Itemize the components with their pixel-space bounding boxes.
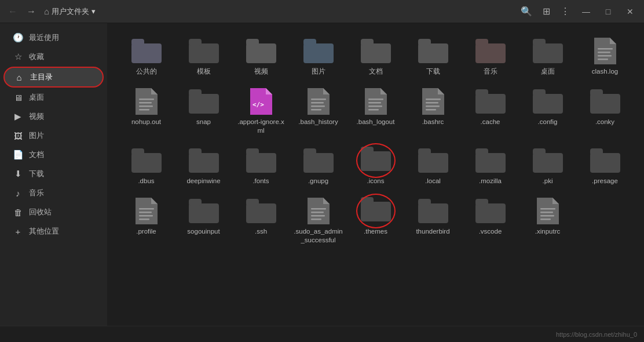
file-item-gnupg[interactable]: .gnupg <box>291 142 346 190</box>
forward-button[interactable]: → <box>23 4 39 19</box>
file-item-ssh[interactable]: .ssh <box>233 192 288 249</box>
sidebar-item-desktop[interactable]: 🖥 桌面 <box>3 88 104 107</box>
sidebar-item-documents[interactable]: 📄 文档 <box>3 145 104 164</box>
file-icon-clash <box>589 37 621 65</box>
file-item-config[interactable]: .config <box>520 83 575 140</box>
file-item-dbus[interactable]: .dbus <box>119 142 174 190</box>
file-item-clash[interactable]: clash.log <box>577 32 632 81</box>
file-label-bashrc: .bashrc <box>422 118 444 126</box>
maximize-button[interactable]: □ <box>599 2 617 21</box>
svg-rect-72 <box>533 148 546 155</box>
svg-rect-94 <box>418 199 431 206</box>
svg-rect-77 <box>139 208 154 210</box>
sidebar-item-music[interactable]: ♪ 音乐 <box>3 184 104 202</box>
svg-rect-92 <box>361 197 374 204</box>
file-item-mozilla[interactable]: .mozilla <box>463 142 518 190</box>
file-icon-desktop <box>532 37 564 65</box>
breadcrumb: ⌂ 用户文件夹 ▾ <box>44 6 96 17</box>
file-item-sogouinput[interactable]: sogouinput <box>176 192 231 249</box>
svg-rect-63 <box>303 153 334 173</box>
sidebar-label-music: 音乐 <box>29 188 44 198</box>
file-item-bashrc[interactable]: .bashrc <box>405 83 460 140</box>
svg-rect-24 <box>139 99 154 100</box>
sidebar-item-home[interactable]: ⌂ 主目录 <box>3 67 104 88</box>
search-button[interactable]: 🔍 <box>517 3 536 19</box>
file-item-vscode[interactable]: .vscode <box>463 192 518 249</box>
file-item-videos[interactable]: 视频 <box>233 32 288 81</box>
file-item-nohup[interactable]: nohup.out <box>119 83 174 140</box>
file-item-fonts[interactable]: .fonts <box>233 142 288 190</box>
file-icon-documents <box>360 37 392 65</box>
file-icon-fonts <box>245 147 277 174</box>
file-label-cache: .cache <box>481 118 500 126</box>
file-item-xinputrc[interactable]: .xinputrc <box>520 192 575 249</box>
file-item-thunderbird[interactable]: thunderbird <box>405 192 460 249</box>
file-icon-profile <box>130 197 163 225</box>
svg-rect-42 <box>368 102 381 104</box>
sidebar-item-videos[interactable]: ▶ 视频 <box>3 107 104 126</box>
file-item-apport[interactable]: </> .apport-ignore.xml <box>233 83 288 140</box>
svg-rect-49 <box>426 105 440 107</box>
close-button[interactable]: ✕ <box>621 2 639 21</box>
documents-icon: 📄 <box>13 150 23 160</box>
file-item-templates[interactable]: 模板 <box>176 32 231 81</box>
svg-rect-50 <box>426 109 436 111</box>
minimize-button[interactable]: — <box>577 2 595 21</box>
file-item-bash_history[interactable]: .bash_history <box>291 83 346 140</box>
view-options-button[interactable]: ⋮ <box>557 3 573 19</box>
file-item-profile[interactable]: .profile <box>119 192 174 249</box>
file-item-sudo_as_admin[interactable]: .sudo_as_admin_successful <box>291 192 346 249</box>
titlebar: ← → ⌂ 用户文件夹 ▾ 🔍 ⊞ ⋮ — □ ✕ <box>0 0 644 23</box>
svg-rect-28 <box>189 94 219 114</box>
svg-rect-4 <box>246 43 276 63</box>
file-item-conky[interactable]: .conky <box>577 83 632 140</box>
sidebar-label-recent: 最近使用 <box>29 32 59 43</box>
back-button[interactable]: ← <box>5 4 21 19</box>
file-label-documents: 文档 <box>369 67 383 76</box>
svg-rect-2 <box>189 43 219 63</box>
svg-text:</>: </> <box>253 101 264 108</box>
svg-rect-79 <box>139 215 153 217</box>
breadcrumb-path[interactable]: 用户文件夹 <box>52 6 89 17</box>
file-item-deepinwine[interactable]: deepinwine <box>176 142 231 190</box>
file-label-public: 公共的 <box>136 67 157 76</box>
file-icon-pki <box>532 147 564 174</box>
file-icon-music <box>474 37 507 65</box>
sidebar-item-trash[interactable]: 🗑 回收站 <box>3 203 104 221</box>
file-item-desktop[interactable]: 桌面 <box>520 32 575 81</box>
file-item-icons[interactable]: .icons <box>348 142 403 190</box>
svg-rect-96 <box>475 199 488 206</box>
file-icon-deepinwine <box>188 147 220 174</box>
svg-rect-1 <box>131 39 144 46</box>
file-label-profile: .profile <box>136 227 156 236</box>
sidebar-item-downloads[interactable]: ⬇ 下载 <box>3 165 104 183</box>
file-item-local[interactable]: .local <box>405 142 460 190</box>
breadcrumb-dropdown[interactable]: ▾ <box>92 7 96 16</box>
file-icon-sogouinput <box>188 197 220 225</box>
file-item-snap[interactable]: snap <box>176 83 231 140</box>
file-item-presage[interactable]: .presage <box>577 142 632 190</box>
file-item-bash_logout[interactable]: .bash_logout <box>348 83 403 140</box>
file-item-public[interactable]: 公共的 <box>119 32 174 81</box>
svg-rect-54 <box>533 89 546 96</box>
file-label-desktop: 桌面 <box>541 67 555 76</box>
sidebar-item-bookmarks[interactable]: ☆ 收藏 <box>3 48 104 66</box>
file-item-cache[interactable]: .cache <box>463 83 518 140</box>
svg-rect-91 <box>361 202 391 221</box>
sidebar-item-other[interactable]: + 其他位置 <box>3 222 104 241</box>
file-item-documents[interactable]: 文档 <box>348 32 403 81</box>
file-item-downloads[interactable]: 下载 <box>405 32 460 81</box>
file-item-themes[interactable]: .themes <box>348 192 403 249</box>
svg-rect-47 <box>426 99 441 100</box>
file-label-downloads: 下载 <box>426 67 440 76</box>
file-item-pki[interactable]: .pki <box>520 142 575 190</box>
file-icon-local <box>417 147 449 174</box>
svg-rect-11 <box>418 39 431 46</box>
sidebar-item-images[interactable]: 🖼 图片 <box>3 126 104 145</box>
file-item-pictures[interactable]: 图片 <box>291 32 346 81</box>
file-item-music[interactable]: 音乐 <box>463 32 518 81</box>
sidebar-item-recent[interactable]: 🕐 最近使用 <box>3 28 104 47</box>
file-icon-downloads <box>417 37 449 65</box>
view-toggle-button[interactable]: ⊞ <box>539 3 554 19</box>
file-label-nohup: nohup.out <box>131 118 161 126</box>
